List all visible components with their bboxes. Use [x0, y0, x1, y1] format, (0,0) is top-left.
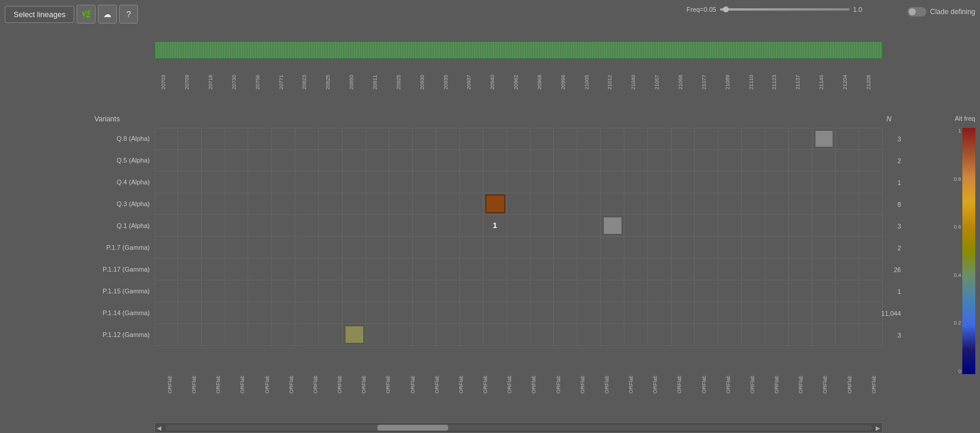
- grid-cell[interactable]: [389, 128, 413, 149]
- grid-cell[interactable]: [836, 128, 859, 149]
- grid-cell[interactable]: [789, 237, 813, 258]
- freq-slider[interactable]: [720, 8, 850, 11]
- grid-cell[interactable]: [272, 302, 295, 323]
- grid-cell[interactable]: [389, 193, 413, 214]
- grid-cell[interactable]: [601, 237, 624, 258]
- grid-cell[interactable]: [531, 193, 554, 214]
- grid-cell[interactable]: [413, 302, 436, 323]
- grid-cell[interactable]: [272, 193, 295, 214]
- grid-cell[interactable]: [695, 193, 718, 214]
- grid-cell[interactable]: [789, 324, 813, 345]
- grid-cell[interactable]: [672, 171, 695, 193]
- grid-cell[interactable]: [366, 259, 390, 280]
- grid-cell[interactable]: [413, 324, 436, 345]
- grid-cell[interactable]: [554, 193, 577, 214]
- grid-cell[interactable]: [789, 128, 813, 149]
- grid-cell[interactable]: [718, 150, 742, 171]
- grid-cell[interactable]: [178, 237, 202, 258]
- grid-cell[interactable]: [343, 193, 366, 214]
- grid-cell[interactable]: [577, 193, 601, 214]
- grid-cell[interactable]: [225, 237, 249, 258]
- grid-cell[interactable]: [319, 280, 343, 302]
- grid-cell[interactable]: [718, 324, 742, 345]
- grid-cell[interactable]: [178, 150, 202, 171]
- grid-cell[interactable]: [319, 237, 343, 258]
- grid-cell[interactable]: [178, 171, 202, 193]
- grid-cell[interactable]: [507, 259, 531, 280]
- grid-cell[interactable]: [484, 150, 507, 171]
- grid-cell[interactable]: [554, 215, 577, 236]
- grid-cell[interactable]: [765, 193, 789, 214]
- grid-cell[interactable]: [389, 302, 413, 323]
- grid-cell[interactable]: [295, 150, 319, 171]
- scrollbar-track[interactable]: [166, 425, 872, 431]
- grid-cell[interactable]: [577, 215, 601, 236]
- grid-cell[interactable]: [343, 259, 366, 280]
- grid-cell[interactable]: [460, 280, 484, 302]
- grid-cell[interactable]: [554, 171, 577, 193]
- grid-cell[interactable]: [577, 128, 601, 149]
- grid-cell[interactable]: [765, 150, 789, 171]
- grid-cell[interactable]: [202, 324, 225, 345]
- grid-cell[interactable]: [789, 302, 813, 323]
- grid-cell[interactable]: [484, 280, 507, 302]
- grid-cell[interactable]: [366, 302, 390, 323]
- grid-cell[interactable]: [507, 215, 531, 236]
- grid-cell[interactable]: [366, 150, 390, 171]
- grid-cell[interactable]: [742, 150, 765, 171]
- grid-cell[interactable]: [836, 280, 859, 302]
- grid-cell[interactable]: [225, 259, 249, 280]
- grid-cell[interactable]: [225, 150, 249, 171]
- grid-cell[interactable]: [624, 128, 648, 149]
- grid-cell[interactable]: [601, 215, 624, 236]
- grid-cell[interactable]: [577, 280, 601, 302]
- grid-cell[interactable]: [648, 280, 672, 302]
- grid-cell[interactable]: [389, 324, 413, 345]
- grid-cell[interactable]: [484, 324, 507, 345]
- grid-cell[interactable]: [202, 150, 225, 171]
- grid-cell[interactable]: [154, 302, 178, 323]
- grid-cell[interactable]: [601, 171, 624, 193]
- grid-cell[interactable]: [789, 215, 813, 236]
- grid-cell[interactable]: [389, 237, 413, 258]
- grid-cell[interactable]: [765, 259, 789, 280]
- cloud-icon-button[interactable]: ☁: [98, 5, 117, 24]
- grid-cell[interactable]: [789, 171, 813, 193]
- grid-cell[interactable]: [413, 150, 436, 171]
- grid-cell[interactable]: [813, 215, 836, 236]
- grid-cell[interactable]: [672, 302, 695, 323]
- grid-cell[interactable]: [695, 171, 718, 193]
- grid-cell[interactable]: [413, 259, 436, 280]
- grid-cell[interactable]: [718, 215, 742, 236]
- grid-cell[interactable]: [202, 259, 225, 280]
- grid-cell[interactable]: [343, 150, 366, 171]
- grid-cell[interactable]: [202, 302, 225, 323]
- grid-cell[interactable]: [648, 171, 672, 193]
- grid-cell[interactable]: [154, 259, 178, 280]
- grid-cell[interactable]: [460, 215, 484, 236]
- grid-cell[interactable]: [624, 280, 648, 302]
- grid-cell[interactable]: [531, 324, 554, 345]
- grid-cell[interactable]: [343, 128, 366, 149]
- grid-cell[interactable]: [460, 128, 484, 149]
- grid-cell[interactable]: [718, 237, 742, 258]
- grid-cell[interactable]: [484, 237, 507, 258]
- grid-cell[interactable]: [413, 280, 436, 302]
- grid-cell[interactable]: [202, 171, 225, 193]
- grid-cell[interactable]: [672, 280, 695, 302]
- grid-cell[interactable]: [248, 237, 272, 258]
- grid-cell[interactable]: [272, 237, 295, 258]
- grid-cell[interactable]: [272, 215, 295, 236]
- grid-cell[interactable]: [648, 128, 672, 149]
- grid-cell[interactable]: [836, 302, 859, 323]
- grid-cell[interactable]: [248, 302, 272, 323]
- grid-cell[interactable]: [601, 259, 624, 280]
- grid-cell[interactable]: [648, 215, 672, 236]
- grid-cell[interactable]: [178, 193, 202, 214]
- grid-cell[interactable]: [765, 215, 789, 236]
- grid-cell[interactable]: [484, 193, 507, 214]
- grid-cell[interactable]: [672, 237, 695, 258]
- grid-cell[interactable]: [389, 150, 413, 171]
- grid-cell[interactable]: [718, 280, 742, 302]
- grid-cell[interactable]: [413, 171, 436, 193]
